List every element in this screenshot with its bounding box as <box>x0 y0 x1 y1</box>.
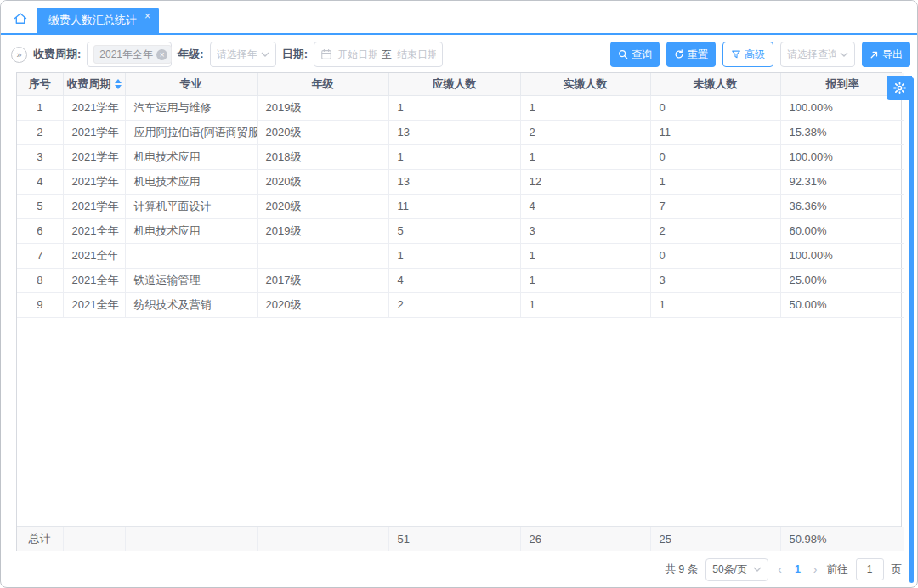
query-plan-select[interactable]: 请选择查询方案 <box>780 42 855 67</box>
next-page-button[interactable]: › <box>812 563 819 576</box>
sort-caret-icon[interactable] <box>115 79 122 89</box>
collapse-toggle-button[interactable]: » <box>11 47 27 63</box>
table-cell: 3 <box>17 144 63 169</box>
double-chevron-icon: » <box>16 49 21 59</box>
start-date-placeholder: 开始日期 <box>337 48 377 62</box>
table-cell: 11 <box>388 194 520 218</box>
table-empty-area <box>17 318 901 527</box>
table-cell: 60.00% <box>780 218 904 243</box>
prev-page-button[interactable]: ‹ <box>776 563 784 576</box>
app-window: 缴费人数汇总统计 × » 收费周期: 2021年全年 × 年级: 请选择年级 日… <box>0 0 918 588</box>
table-cell: 50.00% <box>780 292 904 317</box>
table-row[interactable]: 22021学年应用阿拉伯语(阿语商贸服务方向)2020级1321115.38% <box>17 120 904 144</box>
table-row[interactable]: 82021全年铁道运输管理2017级41325.00% <box>17 268 904 292</box>
table-body: 12021学年汽车运用与维修2019级110100.00%22021学年应用阿拉… <box>17 95 904 317</box>
chevron-down-icon <box>261 52 269 57</box>
table-cell: 汽车运用与维修 <box>125 95 257 120</box>
summary-table: 序号收费周期专业年级应缴人数实缴人数未缴人数报到率 12021学年汽车运用与维修… <box>16 72 902 551</box>
table-cell: 2020级 <box>257 120 388 144</box>
table-row[interactable]: 32021学年机电技术应用2018级110100.00% <box>17 144 904 169</box>
export-button[interactable]: 导出 <box>862 42 910 67</box>
total-count: 共 9 条 <box>665 563 698 577</box>
page-size-value: 50条/页 <box>712 563 747 577</box>
grade-placeholder: 请选择年级 <box>217 48 257 62</box>
table-cell: 1 <box>17 95 63 120</box>
table-cell: 15.38% <box>780 120 904 144</box>
search-button[interactable]: 查询 <box>610 42 660 67</box>
column-header[interactable]: 收费周期 <box>63 73 125 95</box>
tab-bar: 缴费人数汇总统计 × <box>1 1 917 35</box>
column-header: 实缴人数 <box>520 73 650 95</box>
filter-bar: » 收费周期: 2021年全年 × 年级: 请选择年级 日期: <box>1 37 917 72</box>
table-cell <box>257 243 388 268</box>
table-row[interactable]: 52021学年计算机平面设计2020级114736.36% <box>17 194 904 218</box>
table-cell: 机电技术应用 <box>125 169 257 194</box>
column-header: 序号 <box>17 73 63 95</box>
table-row[interactable]: 72021全年110100.00% <box>17 243 904 268</box>
home-icon <box>13 11 28 25</box>
end-date-placeholder: 结束日期 <box>397 48 436 62</box>
table-cell: 纺织技术及营销 <box>125 292 257 317</box>
vertical-scrollbar[interactable] <box>910 77 914 583</box>
advanced-button[interactable]: 高级 <box>722 42 774 67</box>
table-cell: 7 <box>650 194 780 218</box>
table-cell: 0 <box>650 243 780 268</box>
table-row[interactable]: 62021全年机电技术应用2019级53260.00% <box>17 218 904 243</box>
current-page[interactable]: 1 <box>791 563 804 575</box>
table-row[interactable]: 12021学年汽车运用与维修2019级110100.00% <box>17 95 904 120</box>
tab-close-icon[interactable]: × <box>144 11 150 21</box>
period-select[interactable]: 2021年全年 × <box>87 42 172 67</box>
summary-cell: 51 <box>388 527 520 551</box>
goto-page-input[interactable] <box>856 558 884 580</box>
table-cell: 2021学年 <box>63 144 125 169</box>
table-cell: 2019级 <box>257 95 388 120</box>
period-tag: 2021年全年 × <box>94 45 172 64</box>
table-cell: 2020级 <box>257 292 388 317</box>
table-cell: 2021学年 <box>63 120 125 144</box>
chevron-down-icon <box>840 52 848 57</box>
table-cell: 2017级 <box>257 268 388 292</box>
date-label: 日期: <box>282 47 308 62</box>
table-row[interactable]: 42021学年机电技术应用2020级1312192.31% <box>17 169 904 194</box>
home-button[interactable] <box>11 8 30 27</box>
table-cell: 4 <box>520 194 650 218</box>
table-cell: 机电技术应用 <box>125 218 257 243</box>
table-cell: 5 <box>17 194 63 218</box>
table-cell: 2 <box>520 120 650 144</box>
table-cell: 1 <box>520 268 650 292</box>
calendar-icon <box>320 48 332 60</box>
summary-cell <box>257 527 388 551</box>
column-settings-button[interactable] <box>887 76 912 100</box>
table-cell: 1 <box>650 169 780 194</box>
table-cell: 36.36% <box>780 194 904 218</box>
table-cell: 3 <box>650 268 780 292</box>
table-cell: 1 <box>388 243 520 268</box>
table-cell: 1 <box>520 95 650 120</box>
table-cell: 1 <box>388 144 520 169</box>
summary-cell <box>125 527 257 551</box>
column-header: 未缴人数 <box>650 73 780 95</box>
table-cell: 0 <box>650 144 780 169</box>
table-cell: 2 <box>17 120 63 144</box>
table-cell: 铁道运输管理 <box>125 268 257 292</box>
page-size-select[interactable]: 50条/页 <box>706 558 768 581</box>
gear-icon <box>893 82 906 94</box>
table-cell: 2 <box>650 218 780 243</box>
grade-select[interactable]: 请选择年级 <box>210 42 276 67</box>
table-cell: 92.31% <box>780 169 904 194</box>
table-cell: 1 <box>520 144 650 169</box>
summary-cell <box>63 527 125 551</box>
reset-button[interactable]: 重置 <box>666 42 716 67</box>
table-cell: 机电技术应用 <box>125 144 257 169</box>
table-cell: 2021全年 <box>63 268 125 292</box>
tag-close-icon[interactable]: × <box>156 49 167 60</box>
date-range-input[interactable]: 开始日期 至 结束日期 <box>314 42 443 67</box>
advanced-filter-icon <box>731 49 741 59</box>
table-cell: 0 <box>650 95 780 120</box>
search-icon <box>618 49 628 59</box>
table-cell: 2021学年 <box>63 194 125 218</box>
table-row[interactable]: 92021全年纺织技术及营销2020级21150.00% <box>17 292 904 317</box>
table-cell: 2020级 <box>257 169 388 194</box>
table-cell: 100.00% <box>780 144 904 169</box>
tab-payment-summary[interactable]: 缴费人数汇总统计 × <box>37 8 159 33</box>
